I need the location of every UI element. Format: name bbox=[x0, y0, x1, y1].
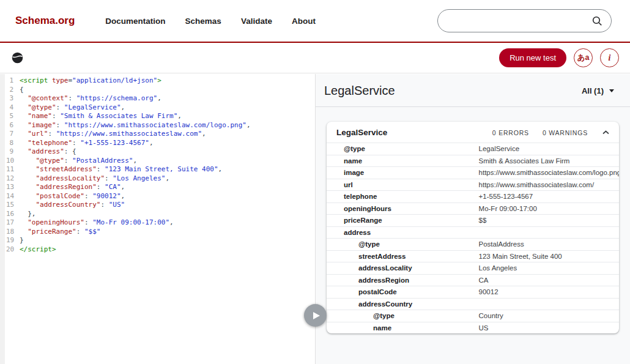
nav-item-documentation[interactable]: Documentation bbox=[105, 17, 165, 26]
code-line: 12 "addressLocality": "Los Angeles", bbox=[6, 174, 315, 184]
detected-type-title: LegalService bbox=[324, 84, 395, 98]
logo[interactable]: Schema.org bbox=[15, 15, 75, 27]
table-row[interactable]: addressRegionCA bbox=[327, 274, 619, 286]
property-name: addressLocality bbox=[358, 264, 412, 272]
code-line: 19} bbox=[6, 236, 315, 245]
warnings-count: 0 WARNINGS bbox=[543, 129, 588, 136]
fetch-url-button[interactable] bbox=[10, 50, 25, 65]
property-name: @type bbox=[373, 312, 395, 319]
code-line: 1<script type="application/ld+json"> bbox=[6, 76, 315, 86]
table-row[interactable]: addressCountry bbox=[327, 298, 619, 310]
errors-count: 0 ERRORS bbox=[492, 129, 529, 136]
result-card-header[interactable]: LegalService 0 ERRORS 0 WARNINGS bbox=[327, 122, 619, 143]
property-name: priceRange bbox=[344, 217, 382, 224]
results-pane: LegalService All (1) LegalService 0 ERRO… bbox=[315, 74, 630, 364]
property-name: telephone bbox=[344, 193, 377, 200]
property-name: name bbox=[344, 157, 362, 165]
result-card: LegalService 0 ERRORS 0 WARNINGS @typeLe… bbox=[327, 122, 619, 333]
result-card-title: LegalService bbox=[336, 128, 387, 137]
line-number: 13 bbox=[6, 183, 20, 192]
language-toggle-button[interactable]: あa bbox=[574, 48, 593, 67]
code-line: 3 "@context": "https://schema.org", bbox=[6, 94, 315, 103]
code-line: 8 "telephone": "+1-555-123-4567", bbox=[6, 139, 315, 148]
code-line: 11 "streetAddress": "123 Main Street, Su… bbox=[6, 165, 315, 174]
line-number: 7 bbox=[6, 130, 20, 139]
property-value: $$ bbox=[479, 217, 487, 224]
property-name: addressCountry bbox=[358, 300, 412, 308]
filter-dropdown[interactable]: All (1) bbox=[582, 86, 614, 95]
property-name: image bbox=[344, 169, 364, 176]
nav-item-validate[interactable]: Validate bbox=[241, 17, 272, 26]
property-value: Country bbox=[479, 312, 503, 319]
code-line: 5 "name": "Smith & Associates Law Firm", bbox=[6, 112, 315, 121]
line-number: 10 bbox=[6, 157, 20, 166]
line-number: 18 bbox=[6, 228, 20, 237]
table-row[interactable]: @typeLegalService bbox=[327, 143, 619, 155]
code-line: 18 "priceRange": "$$" bbox=[6, 228, 315, 237]
table-row[interactable]: postalCode90012 bbox=[327, 286, 619, 298]
property-name: url bbox=[344, 181, 353, 188]
property-name: streetAddress bbox=[358, 253, 406, 260]
line-number: 6 bbox=[6, 121, 20, 130]
table-row[interactable]: @typeCountry bbox=[327, 310, 619, 322]
property-value: Smith & Associates Law Firm bbox=[479, 157, 570, 165]
run-test-play-button[interactable] bbox=[304, 304, 327, 327]
nav-item-about[interactable]: About bbox=[292, 17, 316, 26]
toolbar-actions: Run new test あa i bbox=[499, 48, 619, 67]
code-line: 10 "@type": "PostalAddress", bbox=[6, 157, 315, 166]
table-row[interactable]: openingHoursMo-Fr 09:00-17:00 bbox=[327, 202, 619, 215]
property-value: US bbox=[479, 324, 489, 332]
table-row[interactable]: nameSmith & Associates Law Firm bbox=[327, 155, 619, 167]
property-name: @type bbox=[358, 240, 380, 248]
result-card-status: 0 ERRORS 0 WARNINGS bbox=[492, 129, 609, 136]
table-row[interactable]: urlhttps://www.smithassociateslaw.com/ bbox=[327, 179, 619, 191]
table-row[interactable]: addressLocalityLos Angeles bbox=[327, 262, 619, 274]
search-input[interactable] bbox=[448, 16, 592, 26]
property-name: openingHours bbox=[344, 205, 391, 212]
table-row[interactable]: nameUS bbox=[327, 322, 619, 334]
search-icon[interactable] bbox=[592, 16, 602, 26]
code-line: 17 "openingHours": "Mo-Fr 09:00-17:00", bbox=[6, 218, 315, 228]
property-value: +1-555-123-4567 bbox=[479, 193, 533, 200]
property-value: LegalService bbox=[479, 145, 519, 152]
code-editor[interactable]: 1<script type="application/ld+json">2{3 … bbox=[0, 74, 315, 254]
editor-scrollbar[interactable] bbox=[0, 74, 5, 364]
property-value: https://www.smithassociateslaw.com/logo.… bbox=[479, 169, 619, 176]
property-table: @typeLegalServicenameSmith & Associates … bbox=[327, 143, 619, 333]
code-line: 6 "image": "https://www.smithassociatesl… bbox=[6, 121, 315, 130]
info-button[interactable]: i bbox=[600, 48, 619, 67]
header: Schema.org Documentation Schemas Validat… bbox=[0, 0, 630, 43]
line-number: 8 bbox=[6, 139, 20, 148]
line-number: 3 bbox=[6, 94, 20, 103]
code-line: 9 "address": { bbox=[6, 147, 315, 157]
line-number: 5 bbox=[6, 112, 20, 121]
property-value: https://www.smithassociateslaw.com/ bbox=[479, 181, 595, 188]
code-line: 7 "url": "https://www.smithassociateslaw… bbox=[6, 130, 315, 139]
table-row[interactable]: @typePostalAddress bbox=[327, 238, 619, 250]
code-line: 15 "addressCountry": "US" bbox=[6, 201, 315, 210]
property-value: PostalAddress bbox=[479, 240, 524, 248]
table-row[interactable]: imagehttps://www.smithassociateslaw.com/… bbox=[327, 166, 619, 179]
globe-icon bbox=[11, 51, 24, 64]
table-row[interactable]: telephone+1-555-123-4567 bbox=[327, 190, 619, 202]
property-value: Mo-Fr 09:00-17:00 bbox=[479, 205, 537, 212]
chevron-up-icon[interactable] bbox=[602, 130, 609, 135]
line-number: 9 bbox=[6, 147, 20, 157]
toolbar: Run new test あa i bbox=[0, 43, 630, 73]
code-line: 20</script> bbox=[6, 245, 315, 254]
line-number: 14 bbox=[6, 192, 20, 201]
line-number: 11 bbox=[6, 165, 20, 174]
property-name: postalCode bbox=[358, 288, 397, 295]
table-row[interactable]: address bbox=[327, 226, 619, 239]
table-row[interactable]: priceRange$$ bbox=[327, 214, 619, 226]
line-number: 16 bbox=[6, 210, 20, 219]
property-value: 90012 bbox=[479, 288, 498, 295]
info-icon: i bbox=[609, 53, 611, 63]
chevron-down-icon bbox=[609, 89, 614, 92]
code-line: 16 }, bbox=[6, 210, 315, 219]
table-row[interactable]: streetAddress123 Main Street, Suite 400 bbox=[327, 250, 619, 262]
nav-item-schemas[interactable]: Schemas bbox=[185, 17, 221, 26]
run-new-test-button[interactable]: Run new test bbox=[499, 48, 566, 67]
code-line: 4 "@type": "LegalService", bbox=[6, 103, 315, 113]
code-line: 2{ bbox=[6, 86, 315, 95]
